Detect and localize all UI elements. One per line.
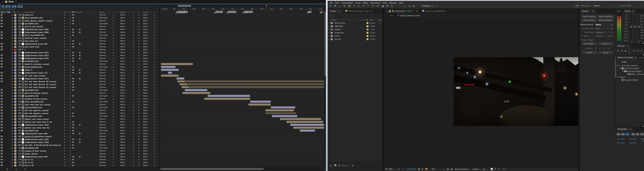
fx-toggle-icon[interactable]: fx: [72, 52, 74, 54]
current-track-dropdown[interactable]: None ▼: [594, 27, 614, 30]
layer-name[interactable]: [Adjustment Layer 291]: [25, 52, 64, 54]
layer-lock-toggle[interactable]: [8, 156, 10, 158]
preserve-transparency-toggle[interactable]: [117, 162, 120, 164]
layer-duration-bar[interactable]: [265, 112, 296, 114]
layer-solo-toggle[interactable]: [6, 98, 8, 100]
expand-triangle-icon[interactable]: ▶: [12, 29, 13, 30]
trkmat-dropdown-icon[interactable]: ▼: [133, 61, 134, 62]
video-column-icon[interactable]: [1, 12, 3, 13]
parent-pickwhip-icon[interactable]: ◎: [138, 115, 140, 117]
fx-toggle-icon[interactable]: fx: [72, 127, 74, 129]
preserve-transparency-toggle[interactable]: [117, 130, 120, 132]
axis-mode-icon[interactable]: ⋈: [413, 4, 415, 7]
expand-triangle-icon[interactable]: ▶: [12, 113, 13, 114]
trkmat-dropdown[interactable]: None: [120, 101, 125, 102]
expand-triangle-icon[interactable]: ▶: [12, 118, 13, 120]
camera-dropdown-icon[interactable]: ▼: [469, 169, 470, 170]
parent-dropdown-icon[interactable]: ▼: [154, 122, 155, 123]
paragraph-panel-menu-icon[interactable]: ≡: [630, 128, 632, 130]
panel-menu-icon[interactable]: ≡: [15, 1, 17, 2]
layer-audio-toggle[interactable]: [3, 150, 5, 152]
motion-source-dropdown[interactable]: None ▼: [594, 23, 614, 26]
parent-pickwhip-icon[interactable]: ◎: [138, 95, 140, 97]
layer-name[interactable]: [ztn_intel_fazz_air_scene]: [25, 104, 64, 106]
parent-pickwhip-icon[interactable]: ◎: [138, 162, 140, 163]
preserve-transparency-toggle[interactable]: [117, 23, 120, 25]
parent-dropdown-icon[interactable]: ▼: [154, 38, 155, 39]
layer-lock-toggle[interactable]: [8, 40, 10, 42]
trkmat-dropdown-icon[interactable]: ▼: [133, 156, 134, 158]
trkmat-dropdown-icon[interactable]: ▼: [133, 142, 134, 143]
layer-audio-toggle[interactable]: [3, 92, 5, 94]
parent-pickwhip-icon[interactable]: ◎: [138, 37, 140, 39]
layer-lock-toggle[interactable]: [8, 46, 10, 48]
layer-video-toggle[interactable]: [0, 14, 3, 16]
parent-pickwhip-icon[interactable]: ◎: [138, 14, 140, 16]
expand-triangle-icon[interactable]: ▶: [12, 78, 13, 80]
parent-pickwhip-icon[interactable]: ◎: [138, 57, 140, 59]
expand-triangle-icon[interactable]: ▶: [12, 133, 13, 134]
layer-audio-toggle[interactable]: [3, 43, 5, 45]
preserve-transparency-toggle[interactable]: [117, 89, 120, 91]
project-item-name[interactable]: palette: [334, 28, 341, 30]
mode-dropdown-icon[interactable]: ▼: [113, 110, 114, 112]
trkmat-dropdown-icon[interactable]: ▼: [133, 23, 134, 25]
col-parent[interactable]: Parent: [143, 11, 148, 13]
align-left-button[interactable]: [617, 133, 620, 136]
parent-dropdown[interactable]: None: [143, 101, 148, 102]
parent-dropdown[interactable]: None: [143, 104, 148, 106]
parent-dropdown[interactable]: None: [143, 144, 148, 146]
trkmat-dropdown[interactable]: None: [120, 98, 125, 100]
panel-divider[interactable]: [578, 8, 580, 171]
layer-solo-toggle[interactable]: [6, 52, 8, 54]
preserve-transparency-toggle[interactable]: [117, 95, 120, 97]
frame-blend-column-icon[interactable]: ▦: [74, 11, 76, 13]
layer-name[interactable]: [hub_fj_Linkyyy_scene]: [25, 92, 64, 94]
layer-name[interactable]: [Adjustment Layer 99]: [25, 156, 64, 158]
layer-lock-toggle[interactable]: [8, 34, 10, 36]
layer-lock-toggle[interactable]: [8, 147, 10, 149]
trkmat-dropdown[interactable]: None: [120, 80, 125, 82]
trkmat-dropdown[interactable]: None: [120, 78, 125, 80]
quality-toggle-icon[interactable]: ╱: [70, 34, 71, 36]
expand-triangle-icon[interactable]: ▶: [12, 98, 13, 100]
mode-dropdown-icon[interactable]: ▼: [113, 116, 114, 117]
viewer-timecode[interactable]: 0:05:46:03: [406, 168, 416, 170]
layer-audio-toggle[interactable]: [3, 60, 5, 62]
quality-toggle-icon[interactable]: ╱: [70, 43, 71, 45]
layer-lock-toggle[interactable]: [8, 98, 10, 100]
trkmat-dropdown-icon[interactable]: ▼: [133, 55, 134, 56]
quality-toggle-icon[interactable]: ╱: [70, 92, 71, 94]
quality-toggle-icon[interactable]: ╱: [70, 37, 71, 39]
project-panel-menu-icon[interactable]: ≡: [339, 10, 340, 12]
parent-dropdown-icon[interactable]: ▼: [154, 165, 155, 166]
parent-pickwhip-icon[interactable]: ◎: [138, 138, 140, 140]
tab-info[interactable]: Info: [617, 10, 621, 12]
preserve-transparency-toggle[interactable]: [117, 121, 120, 123]
mode-dropdown[interactable]: Normal: [100, 14, 106, 16]
exposure-value[interactable]: +0,0: [502, 168, 506, 170]
layer-video-toggle[interactable]: [0, 54, 3, 56]
effects-tree-row[interactable]: Blacklight Edges: [616, 70, 644, 73]
trkmat-dropdown[interactable]: None: [120, 26, 125, 28]
layer-video-toggle[interactable]: [0, 74, 3, 77]
parent-dropdown-icon[interactable]: ▼: [154, 64, 155, 65]
parent-dropdown[interactable]: None: [143, 63, 148, 65]
layer-name[interactable]: [t7_ash_rehe_scene]: [25, 75, 64, 77]
layer-name[interactable]: [3cel_fazz0052.tif]: [25, 101, 64, 103]
col-number[interactable]: #: [18, 11, 19, 13]
layer-lock-toggle[interactable]: [8, 48, 10, 51]
resolution-value[interactable]: Full: [432, 168, 435, 170]
layer-name[interactable]: [test0052.tif]: [25, 147, 64, 149]
fx-toggle-icon[interactable]: fx: [72, 112, 74, 114]
quality-toggle-icon[interactable]: ╱: [70, 57, 71, 59]
parent-dropdown[interactable]: None: [143, 49, 148, 50]
layer-lock-toggle[interactable]: [8, 25, 10, 28]
layer-name[interactable]: [Adjustment Layer 102]: [25, 124, 64, 126]
layer-video-toggle[interactable]: [0, 109, 3, 112]
layer-name[interactable]: [test0052.tif]: [25, 23, 64, 25]
parent-dropdown[interactable]: None: [143, 37, 148, 39]
layer-lock-toggle[interactable]: [8, 138, 10, 140]
fx-toggle-icon[interactable]: fx: [72, 20, 74, 22]
layer-duration-bar[interactable]: [280, 118, 321, 120]
